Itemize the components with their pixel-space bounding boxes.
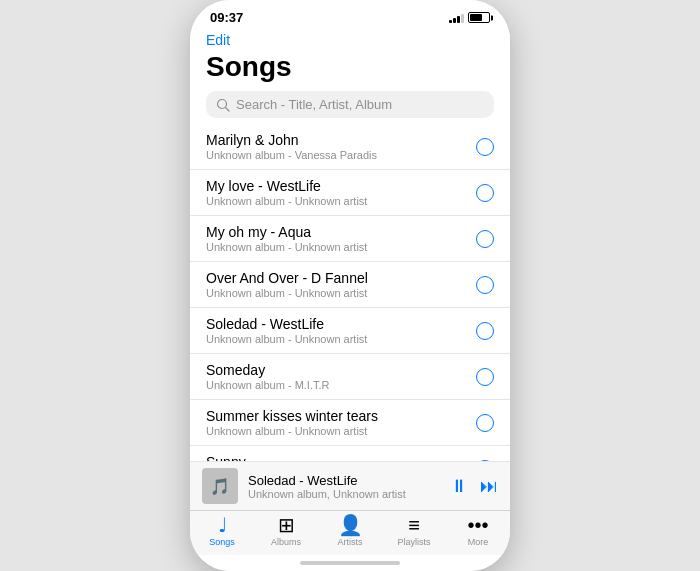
albums-tab-icon: ⊞ [278, 515, 295, 535]
song-title: Marilyn & John [206, 132, 476, 148]
song-title: Summer kisses winter tears [206, 408, 476, 424]
song-subtitle: Unknown album - M.I.T.R [206, 379, 476, 391]
tab-artists[interactable]: 👤 Artists [318, 515, 382, 547]
song-subtitle: Unknown album - Unknown artist [206, 241, 476, 253]
now-playing-title: Soledad - WestLife [248, 473, 440, 488]
fast-forward-button[interactable]: ⏭ [480, 476, 498, 497]
song-subtitle: Unknown album - Unknown artist [206, 287, 476, 299]
song-item[interactable]: My love - WestLife Unknown album - Unkno… [190, 170, 510, 216]
artists-tab-icon: 👤 [338, 515, 363, 535]
song-item[interactable]: Over And Over - D Fannel Unknown album -… [190, 262, 510, 308]
svg-line-1 [226, 107, 230, 111]
song-title: My oh my - Aqua [206, 224, 476, 240]
tab-playlists[interactable]: ≡ Playlists [382, 515, 446, 547]
tab-more[interactable]: ••• More [446, 515, 510, 547]
playlists-tab-label: Playlists [397, 537, 430, 547]
song-title: Someday [206, 362, 476, 378]
tab-songs[interactable]: ♩ Songs [190, 515, 254, 547]
song-info: Marilyn & John Unknown album - Vanessa P… [206, 132, 476, 161]
more-tab-label: More [468, 537, 489, 547]
album-art: 🎵 [202, 468, 238, 504]
song-title: Soledad - WestLife [206, 316, 476, 332]
song-item[interactable]: Soledad - WestLife Unknown album - Unkno… [190, 308, 510, 354]
song-info: My oh my - Aqua Unknown album - Unknown … [206, 224, 476, 253]
tab-bar: ♩ Songs ⊞ Albums 👤 Artists ≡ Playlists •… [190, 510, 510, 555]
song-title: My love - WestLife [206, 178, 476, 194]
now-playing-info: Soledad - WestLife Unknown album, Unknow… [248, 473, 440, 500]
status-time: 09:37 [210, 10, 243, 25]
song-add-icon[interactable] [476, 276, 494, 294]
battery-icon [468, 12, 490, 23]
play-pause-button[interactable]: ⏸ [450, 476, 468, 497]
song-info: Soledad - WestLife Unknown album - Unkno… [206, 316, 476, 345]
song-add-icon[interactable] [476, 184, 494, 202]
search-placeholder: Search - Title, Artist, Album [236, 97, 392, 112]
song-subtitle: Unknown album - Unknown artist [206, 195, 476, 207]
song-add-icon[interactable] [476, 230, 494, 248]
home-indicator [190, 555, 510, 571]
song-subtitle: Unknown album - Unknown artist [206, 333, 476, 345]
song-subtitle: Unknown album - Unknown artist [206, 425, 476, 437]
albums-tab-label: Albums [271, 537, 301, 547]
song-add-icon[interactable] [476, 460, 494, 462]
song-add-icon[interactable] [476, 414, 494, 432]
song-add-icon[interactable] [476, 368, 494, 386]
now-playing-subtitle: Unknown album, Unknown artist [248, 488, 440, 500]
song-info: Sunny Unknown album - Boney M [206, 454, 476, 461]
artists-tab-label: Artists [337, 537, 362, 547]
page-title: Songs [206, 51, 494, 83]
song-info: Someday Unknown album - M.I.T.R [206, 362, 476, 391]
header: Edit Songs Search - Title, Artist, Album [190, 29, 510, 124]
signal-icon [449, 13, 464, 23]
search-bar[interactable]: Search - Title, Artist, Album [206, 91, 494, 118]
status-bar: 09:37 [190, 0, 510, 29]
songs-tab-icon: ♩ [218, 515, 227, 535]
song-item[interactable]: Summer kisses winter tears Unknown album… [190, 400, 510, 446]
song-item[interactable]: Marilyn & John Unknown album - Vanessa P… [190, 124, 510, 170]
song-info: Summer kisses winter tears Unknown album… [206, 408, 476, 437]
songs-tab-label: Songs [209, 537, 235, 547]
search-icon [216, 98, 230, 112]
song-info: Over And Over - D Fannel Unknown album -… [206, 270, 476, 299]
song-item[interactable]: Someday Unknown album - M.I.T.R [190, 354, 510, 400]
song-item[interactable]: Sunny Unknown album - Boney M [190, 446, 510, 461]
edit-button[interactable]: Edit [206, 32, 230, 48]
tab-albums[interactable]: ⊞ Albums [254, 515, 318, 547]
song-title: Sunny [206, 454, 476, 461]
playback-controls: ⏸ ⏭ [450, 476, 498, 497]
song-item[interactable]: My oh my - Aqua Unknown album - Unknown … [190, 216, 510, 262]
more-tab-icon: ••• [467, 515, 488, 535]
song-info: My love - WestLife Unknown album - Unkno… [206, 178, 476, 207]
songs-list[interactable]: Marilyn & John Unknown album - Vanessa P… [190, 124, 510, 461]
song-title: Over And Over - D Fannel [206, 270, 476, 286]
phone-frame: 09:37 Edit Songs Search - Title, Artist,… [190, 0, 510, 571]
song-add-icon[interactable] [476, 138, 494, 156]
playlists-tab-icon: ≡ [408, 515, 420, 535]
status-icons [449, 12, 490, 23]
song-subtitle: Unknown album - Vanessa Paradis [206, 149, 476, 161]
song-add-icon[interactable] [476, 322, 494, 340]
now-playing-bar[interactable]: 🎵 Soledad - WestLife Unknown album, Unkn… [190, 461, 510, 510]
